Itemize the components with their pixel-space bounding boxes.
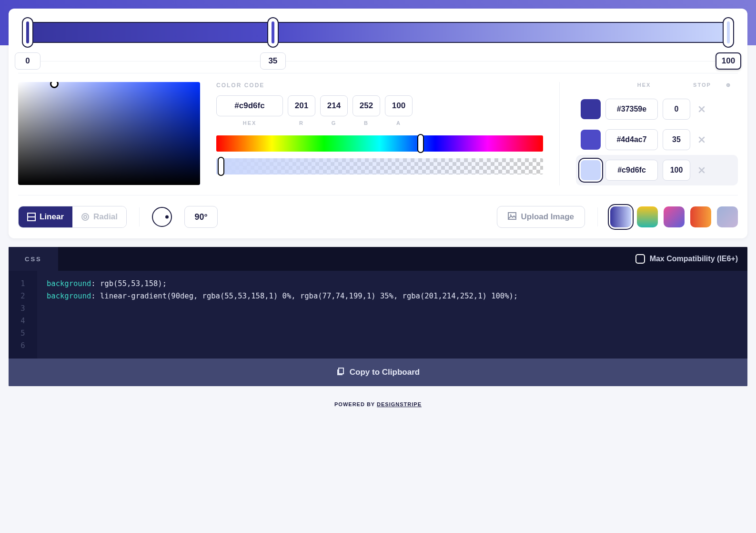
color-code-heading: COLOR CODE — [216, 82, 543, 89]
stop-hex-input[interactable] — [605, 160, 658, 181]
svg-rect-6 — [339, 368, 343, 374]
divider — [597, 207, 598, 226]
add-stop-button[interactable]: ⊕ — [719, 82, 738, 88]
color-code-column: COLOR CODE HEX R G B A — [216, 82, 543, 185]
editor-row: COLOR CODE HEX R G B A — [18, 82, 738, 195]
preset-swatch[interactable] — [717, 206, 738, 227]
delete-stop-button[interactable] — [695, 164, 708, 177]
copy-to-clipboard-button[interactable]: Copy to Clipboard — [9, 359, 747, 386]
max-compat-toggle[interactable]: Max Compatibility (IE6+) — [635, 254, 738, 264]
stop-swatch[interactable] — [581, 130, 601, 150]
css-tab[interactable]: CSS — [9, 247, 58, 271]
svg-point-2 — [82, 214, 89, 220]
stop-position-input[interactable] — [716, 52, 741, 70]
code-lines[interactable]: background: rgb(55,53,158);background: l… — [37, 277, 518, 352]
hue-slider[interactable] — [216, 135, 543, 152]
alpha-slider[interactable] — [216, 158, 543, 174]
stop-pos-input[interactable] — [663, 129, 690, 150]
hex-label: HEX — [216, 120, 283, 126]
gradient-bar[interactable] — [28, 22, 728, 43]
code-output-panel: CSS Max Compatibility (IE6+) 123456 back… — [9, 247, 747, 386]
b-input[interactable] — [353, 95, 380, 116]
checkbox-icon[interactable] — [635, 254, 645, 264]
stop-position-input[interactable] — [260, 52, 286, 70]
r-input[interactable] — [288, 95, 315, 116]
preset-swatch[interactable] — [664, 206, 685, 227]
radial-icon — [81, 213, 90, 221]
b-label: B — [353, 120, 380, 126]
a-label: A — [385, 120, 413, 126]
r-label: R — [288, 120, 315, 126]
hex-input[interactable] — [216, 95, 283, 116]
stop-pos-input[interactable] — [663, 99, 690, 120]
stop-pos-input[interactable] — [663, 160, 690, 181]
designstripe-link[interactable]: DESIGNSTRIPE — [377, 401, 422, 407]
preset-swatch[interactable] — [690, 206, 711, 227]
code-tabs: CSS Max Compatibility (IE6+) — [9, 247, 747, 271]
divider — [559, 82, 560, 185]
saturation-value-picker[interactable] — [18, 82, 200, 185]
angle-input[interactable] — [184, 206, 218, 228]
stops-stop-header: STOP — [685, 82, 719, 88]
g-label: G — [320, 120, 348, 126]
code-body[interactable]: 123456 background: rgb(55,53,158);backgr… — [9, 271, 747, 359]
delete-stop-button[interactable] — [695, 133, 708, 146]
image-icon — [508, 212, 516, 223]
linear-icon — [27, 213, 36, 221]
gradient-editor-panel: COLOR CODE HEX R G B A — [9, 9, 747, 238]
gradient-type-toggle: Linear Radial — [18, 206, 127, 228]
upload-image-button[interactable]: Upload Image — [497, 206, 585, 228]
stop-positions-row — [18, 52, 738, 73]
preset-swatch[interactable] — [610, 206, 631, 227]
delete-stop-button[interactable] — [695, 102, 708, 116]
stop-row[interactable] — [576, 155, 738, 185]
stops-list: HEX STOP ⊕ — [576, 82, 738, 185]
footer: POWERED BY DESIGNSTRIPE — [0, 395, 756, 414]
linear-button[interactable]: Linear — [19, 206, 72, 227]
stop-swatch[interactable] — [581, 160, 601, 180]
stops-hex-header: HEX — [603, 82, 685, 88]
stop-swatch[interactable] — [581, 99, 601, 119]
stop-position-input[interactable] — [15, 52, 40, 70]
a-input[interactable] — [385, 95, 413, 116]
svg-point-3 — [84, 215, 87, 218]
hue-thumb[interactable] — [417, 134, 424, 153]
preset-swatch[interactable] — [637, 206, 658, 227]
gradient-handle[interactable] — [268, 18, 278, 47]
gradient-handle[interactable] — [23, 18, 32, 47]
preset-gradients — [610, 206, 738, 227]
angle-indicator — [165, 215, 169, 219]
gradient-handle[interactable] — [724, 18, 733, 47]
angle-knob[interactable] — [152, 207, 172, 227]
alpha-thumb[interactable] — [218, 157, 224, 176]
radial-button[interactable]: Radial — [72, 206, 126, 227]
stop-row[interactable] — [576, 94, 738, 124]
g-input[interactable] — [320, 95, 348, 116]
gradient-preview[interactable] — [18, 17, 738, 47]
stop-row[interactable] — [576, 124, 738, 155]
divider — [139, 207, 140, 226]
divider — [18, 61, 738, 62]
stop-hex-input[interactable] — [605, 99, 658, 120]
line-gutter: 123456 — [9, 271, 37, 359]
clipboard-icon — [336, 367, 345, 378]
controls-row: Linear Radial Upload Image — [18, 195, 738, 238]
stop-hex-input[interactable] — [605, 129, 658, 150]
